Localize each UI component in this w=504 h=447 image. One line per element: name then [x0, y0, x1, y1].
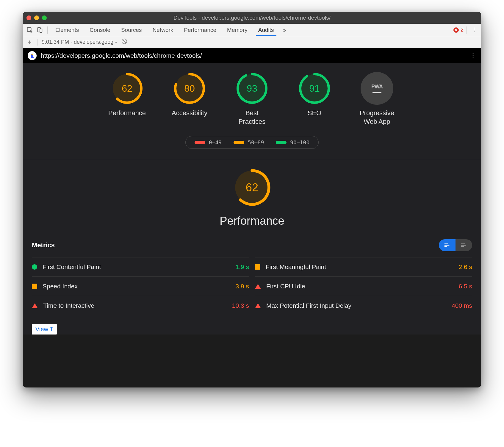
- svg-rect-2: [40, 29, 42, 32]
- gauge-label: BestPractices: [239, 109, 265, 126]
- metrics-heading: Metrics: [32, 241, 55, 249]
- tab-audits[interactable]: Audits: [253, 24, 279, 36]
- metric-status-icon: [32, 303, 38, 308]
- minimize-window-button[interactable]: [34, 15, 39, 20]
- svg-rect-5: [32, 54, 33, 55]
- metric-status-icon: [32, 284, 37, 289]
- metric-status-icon: [32, 264, 37, 270]
- performance-big-gauge: 62: [233, 168, 271, 207]
- metric-row[interactable]: First Meaningful Paint 2.6 s: [255, 257, 472, 276]
- metric-row[interactable]: First Contentful Paint 1.9 s: [32, 257, 249, 276]
- divider: [467, 26, 467, 34]
- devtools-window: DevTools - developers.google.com/web/too…: [23, 12, 481, 387]
- error-count-value: 2: [461, 27, 464, 33]
- pwa-badge-icon: PWA: [361, 72, 393, 105]
- gauge-arc: 91: [298, 72, 331, 105]
- legend-average: 50–89: [234, 139, 264, 146]
- divider: [47, 26, 48, 34]
- tab-sources[interactable]: Sources: [116, 24, 147, 36]
- gauge-arc: 93: [236, 72, 268, 105]
- metric-row[interactable]: Time to Interactive 10.3 s: [32, 296, 249, 315]
- error-count[interactable]: ✕ 2: [453, 27, 464, 33]
- gauge-label: Accessibility: [172, 109, 207, 118]
- metric-label: First CPU Idle: [266, 283, 458, 290]
- window-controls: [26, 15, 47, 20]
- gauge-accessibility[interactable]: 80Accessibility: [166, 72, 213, 126]
- metric-status-icon: [255, 264, 260, 270]
- metrics-view-detailed[interactable]: [456, 239, 472, 251]
- metric-label: First Meaningful Paint: [266, 263, 458, 271]
- metric-label: Time to Interactive: [43, 302, 232, 309]
- metrics-view-compact[interactable]: [439, 239, 456, 251]
- new-audit-button[interactable]: +: [26, 38, 33, 46]
- titlebar: DevTools - developers.google.com/web/too…: [23, 12, 481, 24]
- audit-run-label: 9:01:34 PM - developers.goog: [42, 39, 113, 45]
- view-trace-button[interactable]: View T: [32, 324, 57, 335]
- metric-label: Speed Index: [43, 283, 235, 290]
- legend-fail: 0–49: [195, 139, 222, 146]
- device-toolbar-icon[interactable]: [35, 26, 44, 35]
- score-gauges: 62Performance 80Accessibility 93BestPrac…: [23, 63, 481, 129]
- performance-title: Performance: [23, 215, 481, 227]
- metric-status-icon: [255, 303, 261, 308]
- gauge-arc: 80: [173, 72, 206, 105]
- metric-label: First Contentful Paint: [43, 263, 235, 271]
- settings-kebab-icon[interactable]: ⋮: [470, 26, 479, 35]
- metric-value: 6.5 s: [458, 283, 472, 290]
- close-window-button[interactable]: [26, 15, 31, 20]
- metric-value: 2.6 s: [458, 263, 472, 271]
- report-url: https://developers.google.com/web/tools/…: [41, 52, 466, 59]
- lighthouse-report: 62Performance 80Accessibility 93BestPrac…: [23, 63, 481, 335]
- divider: [37, 39, 37, 46]
- gauge-performance[interactable]: 62Performance: [103, 72, 151, 126]
- svg-line-4: [123, 40, 126, 43]
- tab-memory[interactable]: Memory: [222, 24, 252, 36]
- score-legend: 0–49 50–89 90–100: [23, 136, 481, 149]
- metric-row[interactable]: First CPU Idle 6.5 s: [255, 276, 472, 296]
- metric-label: Max Potential First Input Delay: [266, 302, 452, 309]
- performance-section: 62 Performance Metrics First Contentful …: [23, 159, 481, 335]
- gauge-seo[interactable]: 91SEO: [291, 72, 338, 126]
- gauge-label: Performance: [108, 109, 146, 118]
- metrics-table: First Contentful Paint 1.9 s First Meani…: [23, 257, 481, 321]
- metric-row[interactable]: Speed Index 3.9 s: [32, 276, 249, 296]
- gauge-label: Progressive Web App: [360, 109, 394, 126]
- tab-elements[interactable]: Elements: [51, 24, 84, 36]
- error-badge-icon: ✕: [453, 27, 459, 33]
- gauge-best-practices[interactable]: 93BestPractices: [228, 72, 276, 126]
- audits-subbar: + 9:01:34 PM - developers.goog: [23, 36, 481, 48]
- devtools-tabstrip: ElementsConsoleSourcesNetworkPerformance…: [23, 24, 481, 36]
- tab-performance[interactable]: Performance: [179, 24, 221, 36]
- legend-pass: 90–100: [276, 139, 309, 146]
- gauge-arc: 62: [111, 72, 143, 105]
- gauge-progressive-web-app[interactable]: PWA Progressive Web App: [353, 72, 401, 126]
- metrics-view-toggle[interactable]: [439, 239, 472, 251]
- lighthouse-icon: [28, 51, 37, 60]
- metric-status-icon: [255, 284, 261, 289]
- metric-value: 1.9 s: [235, 263, 249, 271]
- audit-run-dropdown[interactable]: 9:01:34 PM - developers.goog: [42, 39, 117, 45]
- tab-network[interactable]: Network: [148, 24, 178, 36]
- metric-value: 3.9 s: [235, 283, 249, 290]
- report-menu-icon[interactable]: ⋮: [470, 52, 476, 60]
- metric-row[interactable]: Max Potential First Input Delay 400 ms: [255, 296, 472, 315]
- window-title: DevTools - developers.google.com/web/too…: [23, 15, 481, 21]
- maximize-window-button[interactable]: [42, 15, 47, 20]
- metric-value: 10.3 s: [232, 302, 249, 309]
- more-tabs-icon[interactable]: »: [280, 26, 289, 35]
- gauge-label: SEO: [308, 109, 321, 118]
- inspect-element-icon[interactable]: [25, 26, 34, 35]
- metric-value: 400 ms: [452, 302, 472, 309]
- clear-icon[interactable]: [121, 38, 128, 46]
- report-urlbar: https://developers.google.com/web/tools/…: [23, 48, 481, 63]
- tab-console[interactable]: Console: [85, 24, 115, 36]
